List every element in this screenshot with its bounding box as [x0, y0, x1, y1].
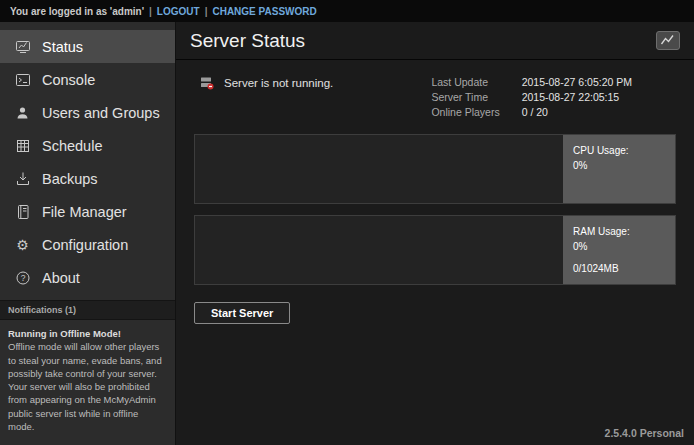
sidebar-item-about[interactable]: ? About: [0, 261, 175, 294]
sidebar-item-label: Schedule: [42, 138, 102, 154]
version-label: 2.5.4.0 Personal: [605, 427, 684, 439]
chart-settings-button[interactable]: [656, 31, 680, 50]
sidebar-item-label: About: [42, 270, 80, 286]
console-icon: [14, 72, 31, 88]
main-header: Server Status: [176, 22, 694, 60]
sidebar-item-label: Status: [42, 39, 83, 55]
status-icon: [14, 39, 31, 55]
online-players-value: 0 / 20: [522, 106, 632, 118]
ram-usage-detail: 0/1024MB: [573, 261, 665, 276]
file-manager-icon: [14, 204, 31, 220]
ram-chart-plot-area: [195, 216, 563, 284]
status-row: Server is not running. Last Update 2015-…: [194, 74, 676, 118]
sidebar-item-label: Configuration: [42, 237, 128, 253]
notifications-header: Notifications (1): [0, 300, 175, 320]
schedule-icon: [14, 138, 31, 154]
sidebar-item-label: Users and Groups: [42, 105, 160, 121]
page-title: Server Status: [190, 30, 305, 52]
svg-text:?: ?: [20, 273, 25, 283]
notification-title: Running in Offline Mode!: [8, 327, 167, 340]
users-icon: [14, 105, 31, 121]
sidebar: Status Console Users and Groups Schedule: [0, 22, 175, 445]
logged-in-text: You are logged in as 'admin': [10, 6, 144, 17]
cpu-chart-plot-area: [195, 135, 563, 203]
info-label: Online Players: [431, 106, 499, 118]
change-password-link[interactable]: CHANGE PASSWORD: [212, 6, 316, 17]
server-status-message: Server is not running.: [224, 77, 333, 89]
server-info-table: Last Update 2015-08-27 6:05:20 PM Server…: [431, 76, 632, 118]
sidebar-item-status[interactable]: Status: [0, 30, 175, 63]
last-update-value: 2015-08-27 6:05:20 PM: [522, 76, 632, 88]
cpu-usage-label: CPU Usage:: [573, 143, 665, 158]
sidebar-item-users-and-groups[interactable]: Users and Groups: [0, 96, 175, 129]
topbar: You are logged in as 'admin' | LOGOUT | …: [0, 0, 694, 22]
server-state: Server is not running.: [198, 76, 333, 90]
cpu-usage-panel: CPU Usage: 0%: [563, 135, 675, 203]
logout-link[interactable]: LOGOUT: [157, 6, 200, 17]
sidebar-item-label: Console: [42, 72, 95, 88]
sidebar-item-label: File Manager: [42, 204, 127, 220]
app-layout: Status Console Users and Groups Schedule: [0, 22, 694, 445]
sidebar-item-file-manager[interactable]: File Manager: [0, 195, 175, 228]
cpu-usage-value: 0%: [573, 158, 665, 173]
separator: |: [149, 6, 152, 17]
server-stopped-icon: [198, 76, 215, 90]
info-label: Last Update: [431, 76, 499, 88]
sidebar-item-configuration[interactable]: ⚙ Configuration: [0, 228, 175, 261]
cpu-usage-chart: CPU Usage: 0%: [194, 134, 676, 204]
start-server-button[interactable]: Start Server: [194, 302, 290, 324]
notification-item: Running in Offline Mode! Offline mode wi…: [0, 320, 175, 440]
sidebar-item-label: Backups: [42, 171, 98, 187]
notification-body-text: Offline mode will allow other players to…: [8, 341, 162, 432]
ram-usage-label: RAM Usage:: [573, 224, 665, 239]
status-content: Server is not running. Last Update 2015-…: [176, 60, 694, 445]
ram-usage-value: 0%: [573, 239, 665, 254]
server-time-value: 2015-08-27 22:05:15: [522, 91, 632, 103]
info-label: Server Time: [431, 91, 499, 103]
main-panel: Server Status Server is not running. Las…: [175, 22, 694, 445]
ram-usage-chart: RAM Usage: 0% 0/1024MB: [194, 215, 676, 285]
sidebar-item-console[interactable]: Console: [0, 63, 175, 96]
gear-icon: ⚙: [14, 237, 31, 253]
notifications-panel: Notifications (1) Running in Offline Mod…: [0, 300, 175, 440]
sidebar-item-schedule[interactable]: Schedule: [0, 129, 175, 162]
chart-icon: [660, 32, 676, 50]
help-icon: ?: [14, 270, 31, 286]
ram-usage-panel: RAM Usage: 0% 0/1024MB: [563, 216, 675, 284]
backups-icon: [14, 171, 31, 187]
sidebar-item-backups[interactable]: Backups: [0, 162, 175, 195]
separator: |: [205, 6, 208, 17]
